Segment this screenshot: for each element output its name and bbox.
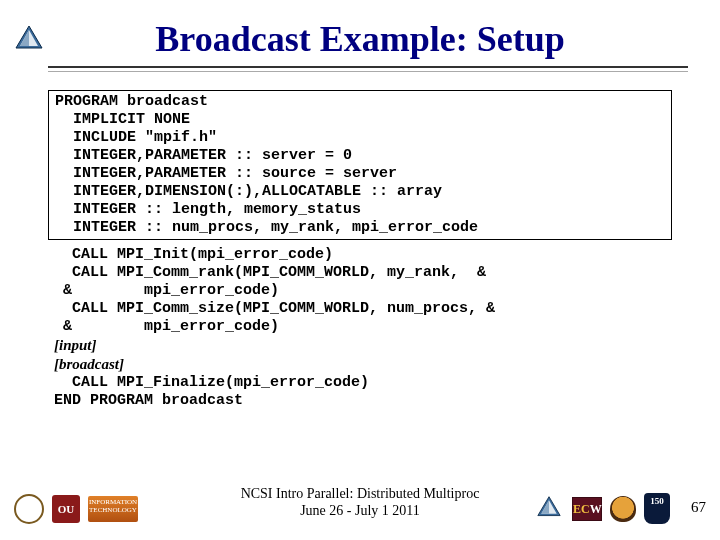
code-line: INTEGER :: num_procs, my_rank, mpi_error…	[55, 219, 665, 237]
slide: Broadcast Example: Setup PROGRAM broadca…	[0, 0, 720, 540]
code-line: CALL MPI_Comm_rank(MPI_COMM_WORLD, my_ra…	[54, 264, 664, 282]
code-line: & mpi_error_code)	[54, 282, 664, 300]
code-line: CALL MPI_Finalize(mpi_error_code)	[54, 374, 664, 392]
footer-logos-right: ECW 150	[536, 493, 670, 524]
code-block-declarations: PROGRAM broadcast IMPLICIT NONE INCLUDE …	[48, 90, 672, 240]
code-line: IMPLICIT NONE	[55, 111, 665, 129]
code-line: END PROGRAM broadcast	[54, 392, 664, 410]
footer-line-1: NCSI Intro Parallel: Distributed Multipr…	[241, 486, 480, 501]
tiger-logo-icon	[610, 496, 636, 522]
title-underline	[48, 66, 688, 72]
code-line: CALL MPI_Init(mpi_error_code)	[54, 246, 664, 264]
code-line: PROGRAM broadcast	[55, 93, 665, 111]
code-line: & mpi_error_code)	[54, 318, 664, 336]
code-line: INTEGER,PARAMETER :: source = server	[55, 165, 665, 183]
code-placeholder-broadcast: [broadcast]	[54, 355, 664, 374]
code-placeholder-input: [input]	[54, 336, 664, 355]
code-block-body: CALL MPI_Init(mpi_error_code) CALL MPI_C…	[48, 240, 670, 412]
page-number: 67	[691, 499, 706, 516]
footer: OU INFORMATION TECHNOLOGY NCSI Intro Par…	[0, 474, 720, 534]
slide-title: Broadcast Example: Setup	[0, 18, 720, 60]
shield-150-logo-icon: 150	[644, 493, 670, 524]
code-line: INCLUDE "mpif.h"	[55, 129, 665, 147]
triangle-logo-icon	[536, 495, 564, 523]
code-line: INTEGER,DIMENSION(:),ALLOCATABLE :: arra…	[55, 183, 665, 201]
code-line: INTEGER,PARAMETER :: server = 0	[55, 147, 665, 165]
footer-line-2: June 26 - July 1 2011	[300, 503, 420, 518]
code-line: INTEGER :: length, memory_status	[55, 201, 665, 219]
code-line: CALL MPI_Comm_size(MPI_COMM_WORLD, num_p…	[54, 300, 664, 318]
ec-logo-icon: ECW	[572, 497, 602, 521]
